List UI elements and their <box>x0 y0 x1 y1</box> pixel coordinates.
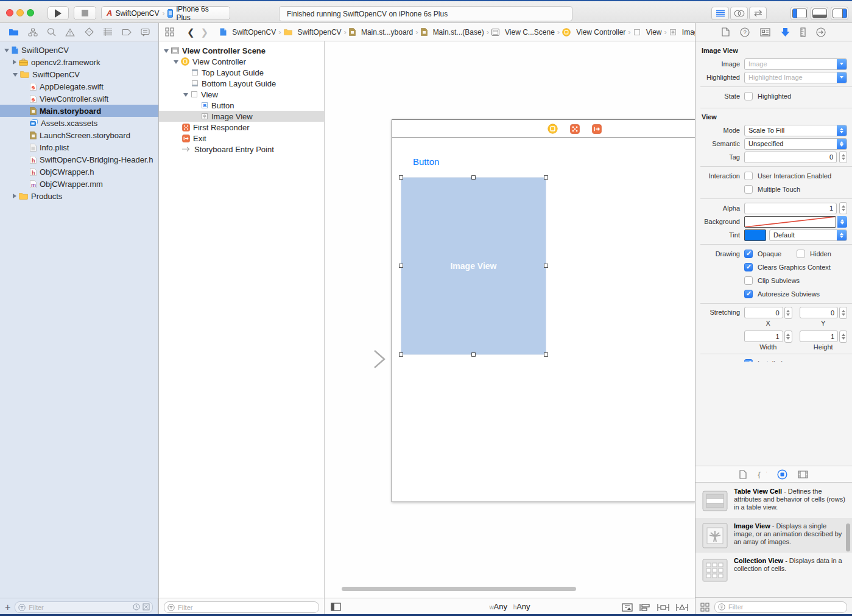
resize-handle-top[interactable] <box>471 175 476 180</box>
storyboard-entry-point-arrow[interactable] <box>329 349 393 369</box>
file-template-library-tab[interactable] <box>739 470 747 479</box>
stretch-y-field[interactable]: 0 <box>800 307 839 318</box>
navigator-filter-input[interactable] <box>15 601 153 613</box>
breakpoint-navigator-tab[interactable] <box>122 29 132 36</box>
disclosure-triangle[interactable] <box>13 60 16 65</box>
tag-stepper[interactable] <box>839 151 847 163</box>
identity-inspector-tab[interactable] <box>760 28 770 37</box>
issue-navigator-tab[interactable] <box>65 28 75 37</box>
horizontal-scrollbar[interactable] <box>342 587 576 591</box>
view-controller-scene[interactable]: Button Image View <box>392 119 695 502</box>
autoresize-subviews-checkbox[interactable] <box>744 290 753 298</box>
stretch-x-stepper[interactable] <box>784 307 792 319</box>
outline-row-image-view-selected[interactable]: Image View <box>159 111 324 122</box>
align-pin-button[interactable] <box>657 603 670 612</box>
grid-view-button[interactable] <box>700 603 709 612</box>
debug-navigator-tab[interactable] <box>103 28 113 36</box>
canvas-button[interactable]: Button <box>413 156 439 167</box>
installed-checkbox[interactable] <box>744 359 753 362</box>
navigator-row-file[interactable]: Assets.xcassets <box>0 117 158 129</box>
navigator-row-file[interactable]: h ObjCWrapper.h <box>0 166 158 178</box>
resize-handle-left[interactable] <box>399 264 403 268</box>
close-window-button[interactable] <box>6 9 13 16</box>
outline-row-view[interactable]: View <box>159 89 324 100</box>
disclosure-triangle[interactable] <box>4 49 9 52</box>
first-responder-dock-icon[interactable] <box>570 124 580 134</box>
related-items-button[interactable] <box>163 27 177 37</box>
add-variation-button[interactable]: + <box>700 359 705 362</box>
outline-row-first-responder[interactable]: First Responder <box>159 122 324 133</box>
toggle-inspector-button[interactable] <box>831 7 848 20</box>
add-file-button[interactable]: + <box>5 603 10 612</box>
navigator-row-file[interactable]: h SwiftOpenCV-Bridging-Header.h <box>0 153 158 166</box>
multiple-touch-checkbox[interactable] <box>744 185 753 194</box>
standard-editor-button[interactable] <box>711 7 729 20</box>
attributes-inspector-tab[interactable] <box>781 27 790 37</box>
zoom-window-button[interactable] <box>27 9 34 16</box>
navigator-row-group[interactable]: SwiftOpenCV <box>0 68 158 80</box>
resize-handle-top-left[interactable] <box>399 175 403 180</box>
outline-row-top-layout-guide[interactable]: Top Layout Guide <box>159 67 324 78</box>
update-frames-button[interactable] <box>621 603 633 612</box>
disclosure-triangle[interactable] <box>164 49 169 53</box>
project-navigator-tab[interactable] <box>9 28 19 36</box>
view-controller-dock-icon[interactable] <box>547 124 558 134</box>
forward-button[interactable]: ❯ <box>198 27 212 38</box>
resize-handle-right[interactable] <box>544 264 548 268</box>
navigator-row-file[interactable]: m ObjCWrapper.mm <box>0 178 158 190</box>
popup-arrows-icon[interactable] <box>837 230 847 240</box>
search-navigator-tab[interactable] <box>47 27 56 37</box>
outline-row-button[interactable]: B Button <box>159 100 324 111</box>
clears-graphics-context-checkbox[interactable] <box>744 263 753 271</box>
popup-arrows-icon[interactable] <box>837 216 847 228</box>
breadcrumb-storyboard[interactable]: Main.st...yboard <box>349 28 413 37</box>
stretch-width-field[interactable]: 1 <box>744 331 783 342</box>
outline-filter-input[interactable] <box>164 601 319 613</box>
stretch-width-stepper[interactable] <box>784 331 792 343</box>
navigator-row-file-selected[interactable]: Main.storyboard <box>0 105 158 117</box>
stack-button[interactable] <box>639 603 651 612</box>
background-color-well[interactable] <box>744 216 836 228</box>
image-combo-box[interactable]: Image <box>744 58 847 70</box>
tint-color-well[interactable] <box>744 229 766 241</box>
breadcrumb-scene[interactable]: View C...Scene <box>491 28 555 37</box>
resize-handle-bottom-left[interactable] <box>399 352 403 357</box>
size-inspector-tab[interactable] <box>800 27 806 37</box>
navigator-row-file[interactable]: Info.plist <box>0 141 158 153</box>
hidden-checkbox[interactable] <box>797 250 805 258</box>
popup-arrows-icon[interactable] <box>837 139 847 149</box>
disclosure-triangle[interactable] <box>13 73 18 77</box>
scheme-selector[interactable]: A SwiftOpenCV › iPhone 6s Plus <box>101 6 230 20</box>
navigator-row-project[interactable]: SwiftOpenCV <box>0 44 158 56</box>
connections-inspector-tab[interactable] <box>816 27 826 37</box>
test-navigator-tab[interactable] <box>85 27 94 37</box>
stretch-x-field[interactable]: 0 <box>744 307 783 318</box>
assistant-editor-button[interactable] <box>730 7 748 20</box>
breadcrumb-group[interactable]: SwiftOpenCV <box>284 28 342 37</box>
symbol-navigator-tab[interactable] <box>28 28 38 37</box>
media-library-tab[interactable] <box>798 471 808 478</box>
stop-button[interactable] <box>74 6 96 20</box>
report-navigator-tab[interactable] <box>141 28 150 37</box>
breadcrumb-view[interactable]: View <box>633 28 662 37</box>
breadcrumb-project[interactable]: SwiftOpenCV <box>220 28 276 37</box>
navigator-row-file[interactable]: AppDelegate.swift <box>0 80 158 93</box>
library-item-table-view-cell[interactable]: Table View Cell - Defines the attributes… <box>695 483 852 518</box>
semantic-popup[interactable]: Unspecified <box>744 138 847 150</box>
version-editor-button[interactable] <box>749 7 767 20</box>
breadcrumb-image-view[interactable]: Image View <box>669 28 695 37</box>
popup-arrows-icon[interactable] <box>837 125 847 136</box>
chevron-down-icon[interactable] <box>837 59 847 69</box>
clip-subviews-checkbox[interactable] <box>744 276 753 285</box>
breadcrumb-storyboard-base[interactable]: Main.st...(Base) <box>421 28 484 37</box>
library-scrollbar[interactable] <box>846 523 850 551</box>
navigator-row-file[interactable]: ViewController.swift <box>0 93 158 105</box>
mode-popup[interactable]: Scale To Fill <box>744 125 847 136</box>
run-button[interactable] <box>48 6 69 20</box>
outline-row-scene[interactable]: View Controller Scene <box>159 45 324 56</box>
back-button[interactable]: ❮ <box>184 27 198 38</box>
stretch-height-stepper[interactable] <box>839 331 847 343</box>
resolve-auto-layout-button[interactable] <box>675 603 689 612</box>
resize-handle-top-right[interactable] <box>544 175 548 180</box>
outline-row-view-controller[interactable]: View Controller <box>159 56 324 67</box>
